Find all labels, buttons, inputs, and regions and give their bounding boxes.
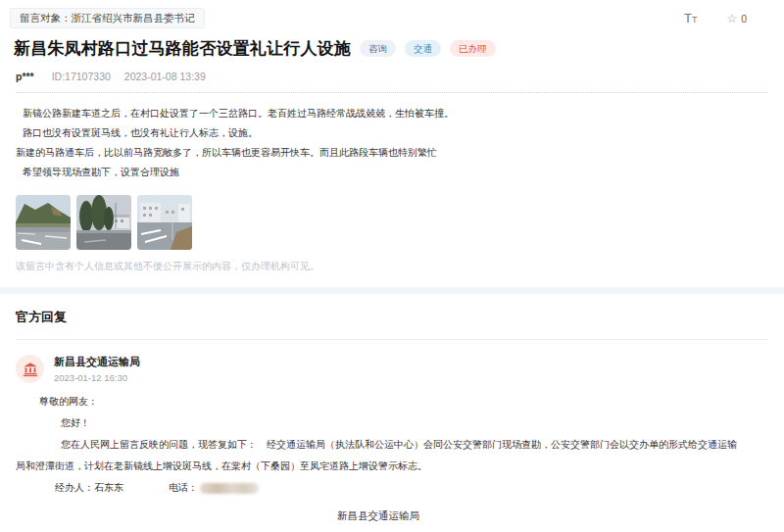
photo-thumbnail-1[interactable] — [16, 195, 71, 250]
privacy-note: 该留言中含有个人信息或其他不便公开展示的内容，仅办理机构可见。 — [0, 250, 784, 273]
font-size-big-letter: T — [684, 11, 692, 25]
status-badge: 已办理 — [450, 40, 496, 57]
star-icon: ☆ — [726, 13, 737, 24]
font-size-small-letter: T — [692, 15, 698, 24]
signature-org: 新昌县交通运输局 — [16, 505, 741, 526]
reply-signature: 新昌县交通运输局 2023年1月12日 — [16, 505, 741, 532]
reply-body: 尊敬的网友： 您好！ 您在人民网上留言反映的问题，现答复如下： 经交通运输局（执… — [0, 383, 757, 532]
message-line: 新建的马路通车后，比以前马路宽敞多了，所以车辆也更容易开快车。而且此路段车辆也特… — [16, 143, 768, 163]
official-reply-heading: 官方回复 — [0, 294, 784, 326]
handler-name: 经办人：石东东 — [55, 477, 123, 499]
message-line: 希望领导现场查勘下，设置合理设施 — [16, 163, 768, 182]
photo-thumbnails — [0, 182, 784, 250]
topbar-actions: TT ☆ 0 — [684, 11, 747, 26]
phone-label: 电话： — [169, 477, 198, 499]
star-count: 0 — [741, 13, 747, 24]
photo-thumbnail-2[interactable] — [76, 195, 131, 250]
reply-org-block: 新昌县交通运输局 2023-01-12 16:30 — [54, 355, 140, 383]
reply-header: 新昌县交通运输局 2023-01-12 16:30 — [0, 340, 784, 383]
star-button[interactable]: ☆ 0 — [726, 13, 747, 24]
post-datetime: 2023-01-08 13:39 — [124, 71, 206, 82]
message-body: 新镜公路新建车道之后，在村口处设置了一个三岔路口。老百姓过马路经常战战兢兢，生怕… — [0, 93, 784, 182]
signature-date: 2023年1月12日 — [16, 526, 741, 532]
tag-type: 咨询 — [360, 40, 396, 57]
reply-org-name: 新昌县交通运输局 — [54, 356, 140, 368]
author-id: ID:17107330 — [52, 71, 111, 82]
phone-redacted-blur — [200, 483, 259, 494]
reply-paragraph: 您在人民网上留言反映的问题，现答复如下： 经交通运输局（执法队和公运中心）会同公… — [16, 434, 741, 477]
message-line: 新镜公路新建车道之后，在村口处设置了一个三岔路口。老百姓过马路经常战战兢兢，生怕… — [16, 104, 768, 123]
font-size-icon[interactable]: TT — [684, 11, 697, 26]
handler-row: 经办人：石东东 电话： — [16, 477, 741, 499]
message-line: 路口也没有设置斑马线，也没有礼让行人标志，设施。 — [16, 123, 768, 143]
reply-line: 尊敬的网友： — [16, 391, 741, 412]
section-separator — [0, 287, 784, 294]
author-name: p*** — [16, 71, 34, 82]
reply-line: 您好！ — [16, 412, 741, 434]
topbar: 留言对象：浙江省绍兴市新昌县委书记 TT ☆ 0 — [0, 0, 784, 28]
post-meta-row: p*** ID:17107330 2023-01-08 13:39 — [0, 60, 784, 82]
title-row: 新昌朱凤村路口过马路能否设置礼让行人设施 咨询 交通 已办理 — [0, 28, 784, 60]
reply-datetime: 2023-01-12 16:30 — [54, 372, 140, 383]
message-target-badge: 留言对象：浙江省绍兴市新昌县委书记 — [10, 8, 205, 28]
bank-icon — [23, 362, 38, 377]
org-avatar — [16, 355, 44, 383]
photo-thumbnail-3[interactable] — [137, 195, 192, 250]
page-title: 新昌朱凤村路口过马路能否设置礼让行人设施 — [14, 37, 351, 60]
message-detail-page: 留言对象：浙江省绍兴市新昌县委书记 TT ☆ 0 新昌朱凤村路口过马路能否设置礼… — [0, 0, 784, 532]
tag-category: 交通 — [405, 40, 441, 57]
